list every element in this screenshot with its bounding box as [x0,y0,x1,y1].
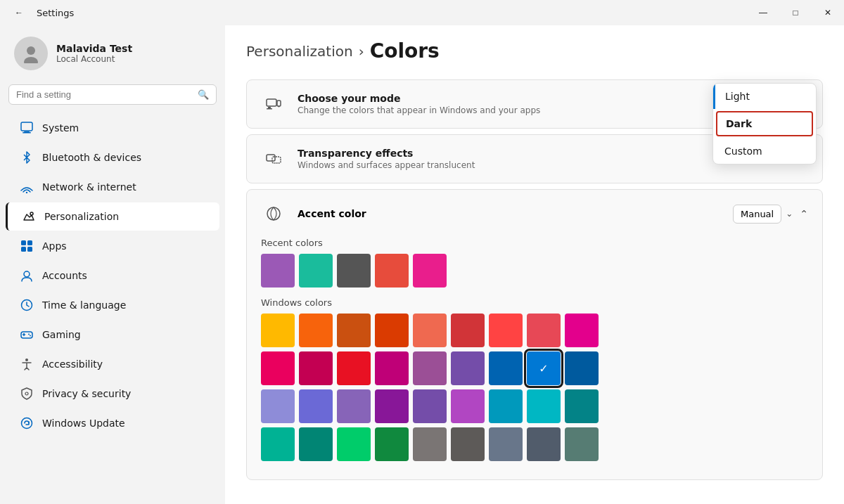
titlebar-controls: — □ ✕ [747,0,844,25]
windows-color-swatch[interactable] [299,351,333,385]
windows-color-swatch[interactable] [565,314,599,347]
windows-color-swatch[interactable] [489,351,523,385]
windows-color-swatch[interactable] [565,389,599,423]
mode-option-light[interactable]: Light [713,84,816,109]
chevron-down-icon: ⌄ [786,209,793,219]
windows-color-swatch[interactable] [299,427,333,461]
svg-rect-21 [267,99,276,106]
collapse-icon[interactable]: ⌃ [800,208,808,219]
windows-color-swatch[interactable] [337,427,371,461]
search-input[interactable] [16,89,192,100]
svg-point-5 [26,192,27,193]
windows-color-swatch[interactable] [489,427,523,461]
user-info: Malavida Test Local Account [56,43,132,64]
windows-color-swatch[interactable] [261,389,295,423]
bluetooth-icon [20,150,34,164]
windows-color-swatch[interactable] [413,314,447,347]
time-label: Time & language [42,299,126,311]
windows-color-swatch[interactable] [261,351,295,385]
windows-color-row [261,389,808,423]
windows-color-swatch[interactable] [337,389,371,423]
nav-item-privacy[interactable]: Privacy & security [6,380,219,408]
apps-label: Apps [42,240,67,252]
window-body: Malavida Test Local Account 🔍 System Blu… [0,25,844,504]
network-label: Network & internet [42,181,136,193]
maximize-button[interactable]: □ [779,0,812,25]
windows-color-swatch[interactable] [565,427,599,461]
nav-item-system[interactable]: System [6,114,219,142]
windows-color-swatch[interactable] [451,351,485,385]
mode-option-custom[interactable]: Custom [713,138,816,164]
mode-dropdown: Light Dark Custom [712,83,817,164]
nav-item-accounts[interactable]: Accounts [6,261,219,290]
recent-color-swatch[interactable] [261,254,295,287]
svg-point-0 [27,46,35,55]
back-button[interactable]: ← [8,0,30,25]
windows-colors-grid [261,314,808,461]
windows-color-swatch[interactable] [451,427,485,461]
windows-color-swatch[interactable] [413,351,447,385]
close-button[interactable]: ✕ [812,0,844,25]
windows-color-swatch[interactable] [337,314,371,347]
svg-point-20 [22,418,32,429]
windows-color-swatch[interactable] [489,314,523,347]
recent-color-swatch[interactable] [413,254,447,287]
windows-color-swatch[interactable] [261,314,295,347]
recent-colors-label: Recent colors [261,238,808,248]
windows-color-swatch[interactable] [527,314,561,347]
windows-color-swatch[interactable] [565,351,599,385]
accent-control[interactable]: Manual ⌄ ⌃ [733,205,808,224]
windows-color-swatch[interactable] [375,314,409,347]
update-label: Windows Update [42,418,125,429]
windows-color-swatch[interactable] [375,427,409,461]
search-icon: 🔍 [198,89,209,100]
minimize-button[interactable]: — [747,0,779,25]
nav-item-network[interactable]: Network & internet [6,173,219,201]
windows-color-swatch[interactable] [375,351,409,385]
recent-color-swatch[interactable] [375,254,409,287]
apps-icon [20,239,34,253]
nav-item-apps[interactable]: Apps [6,232,219,260]
nav-item-bluetooth[interactable]: Bluetooth & devices [6,143,219,172]
accounts-label: Accounts [42,270,87,281]
windows-color-swatch[interactable] [451,389,485,423]
windows-color-swatch[interactable] [299,314,333,347]
system-icon [20,121,34,135]
windows-color-swatch[interactable] [527,389,561,423]
choose-mode-row: Choose your mode Change the colors that … [246,79,823,129]
nav-item-gaming[interactable]: Gaming [6,321,219,349]
privacy-icon [20,387,34,401]
windows-color-row [261,427,808,461]
nav-item-time[interactable]: Time & language [6,291,219,319]
windows-color-swatch[interactable] [375,389,409,423]
windows-colors-label: Windows colors [261,297,808,308]
sidebar: Malavida Test Local Account 🔍 System Blu… [0,25,225,504]
windows-color-row [261,314,808,347]
nav-item-accessibility[interactable]: Accessibility [6,350,219,378]
windows-color-swatch[interactable] [413,427,447,461]
titlebar: ← Settings — □ ✕ [0,0,844,25]
recent-color-swatch[interactable] [299,254,333,287]
windows-color-swatch[interactable] [527,427,561,461]
accessibility-icon [20,357,34,371]
windows-color-swatch[interactable] [299,389,333,423]
search-box[interactable]: 🔍 [8,84,217,105]
windows-color-swatch[interactable] [451,314,485,347]
breadcrumb-parent: Personalization [246,43,353,60]
nav-item-personalization[interactable]: Personalization [6,202,219,231]
mode-option-dark[interactable]: Dark [716,111,813,136]
svg-point-28 [267,207,280,220]
windows-color-swatch[interactable] [337,351,371,385]
windows-color-swatch[interactable] [527,351,561,385]
svg-point-25 [279,106,280,108]
personalization-label: Personalization [44,211,119,222]
accent-icon [261,201,286,226]
recent-color-swatch[interactable] [337,254,371,287]
windows-color-swatch[interactable] [489,389,523,423]
nav-item-update[interactable]: Windows Update [6,409,219,437]
windows-color-swatch[interactable] [261,427,295,461]
windows-color-swatch[interactable] [413,389,447,423]
svg-rect-7 [21,240,26,245]
personalization-icon [22,209,36,224]
system-label: System [42,122,79,134]
